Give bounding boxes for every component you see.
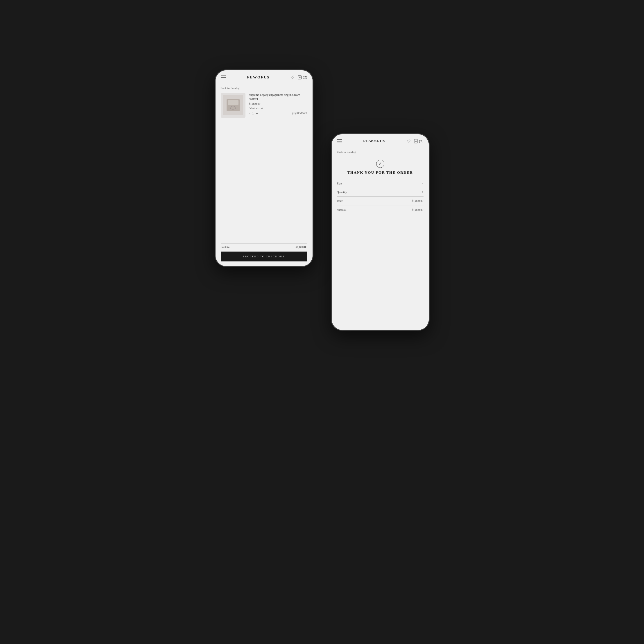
header-icons-right: ♡ (2)	[407, 139, 423, 144]
back-to-catalog-right[interactable]: Back to Catalog	[337, 150, 424, 153]
subtotal-label: Subtotal	[221, 245, 230, 249]
qty-value: 1	[252, 112, 254, 115]
remove-icon: —	[292, 112, 296, 115]
cart-icon-left[interactable]: (2)	[297, 75, 307, 80]
quantity-row: - 1 + — REMOVE	[249, 112, 307, 115]
product-size: Select size: 4	[249, 107, 307, 110]
thankyou-content: Back to Catalog ✓ THANK YOU FOR THE ORDE…	[332, 147, 429, 330]
detail-row-quantity: Quantity 1	[337, 188, 424, 197]
menu-icon-right[interactable]	[337, 139, 342, 143]
product-image-inner	[223, 95, 243, 115]
qty-decrease-btn[interactable]: -	[249, 112, 250, 115]
thankyou-title: THANK YOU FOR THE ORDER	[337, 170, 424, 175]
logo-left: FewOfUs	[247, 75, 270, 80]
product-price: $1,800.00	[249, 102, 307, 105]
checkmark-icon: ✓	[378, 161, 382, 166]
size-label: Size	[337, 182, 342, 185]
cart-footer: Subtotal $1,800.00 PROCEED TO CHECKOUT	[216, 241, 313, 266]
back-to-catalog-left[interactable]: Back to Catalog	[221, 87, 307, 89]
size-value: 4	[422, 182, 424, 185]
cart-icon-right[interactable]: (2)	[414, 139, 423, 143]
cart-item: Supreme Legacy engagement ring in Crown …	[221, 93, 307, 118]
qty-increase-btn[interactable]: +	[256, 112, 258, 115]
remove-label: REMOVE	[297, 112, 307, 115]
cart-content: Back to Catalog Supreme Legacy engagemen…	[216, 83, 313, 241]
check-circle-icon: ✓	[376, 160, 384, 168]
product-name: Supreme Legacy engagement ring in Crown …	[249, 93, 307, 101]
checkout-button[interactable]: PROCEED TO CHECKOUT	[221, 252, 307, 261]
header-icons-left: ♡ (2)	[291, 75, 307, 80]
wishlist-icon[interactable]: ♡	[291, 75, 295, 80]
header-right: FewOfUs ♡ (2)	[332, 134, 429, 147]
subtotal-detail-value: $1,800.00	[412, 208, 424, 211]
quantity-label: Quantity	[337, 191, 347, 194]
product-info: Supreme Legacy engagement ring in Crown …	[249, 93, 307, 118]
logo-right: FewOfUs	[363, 139, 386, 143]
phone-cart: FewOfUs ♡ (2) Back to Catalog	[215, 69, 313, 267]
quantity-value: 1	[422, 191, 424, 194]
price-label: Price	[337, 199, 343, 202]
order-details: Size 4 Quantity 1 Price $1,800.00	[337, 179, 424, 205]
subtotal-row: Subtotal $1,800.00	[221, 243, 307, 249]
subtotal-detail-row: Subtotal $1,800.00	[337, 205, 424, 213]
detail-row-price: Price $1,800.00	[337, 197, 424, 205]
header-left: FewOfUs ♡ (2)	[216, 70, 313, 83]
subtotal-amount: $1,800.00	[296, 245, 307, 249]
product-image	[221, 93, 245, 118]
cart-count-right: (2)	[419, 139, 423, 143]
remove-btn[interactable]: — REMOVE	[292, 112, 307, 115]
subtotal-detail-label: Subtotal	[337, 208, 347, 211]
cart-count-left: (2)	[303, 75, 307, 80]
menu-icon[interactable]	[221, 76, 226, 79]
detail-row-size: Size 4	[337, 179, 424, 188]
ring-box-icon	[227, 99, 240, 111]
wishlist-icon-right[interactable]: ♡	[407, 139, 411, 144]
price-value: $1,800.00	[412, 199, 424, 202]
phone-thankyou: FewOfUs ♡ (2) Back to Catalog ✓	[331, 133, 430, 331]
